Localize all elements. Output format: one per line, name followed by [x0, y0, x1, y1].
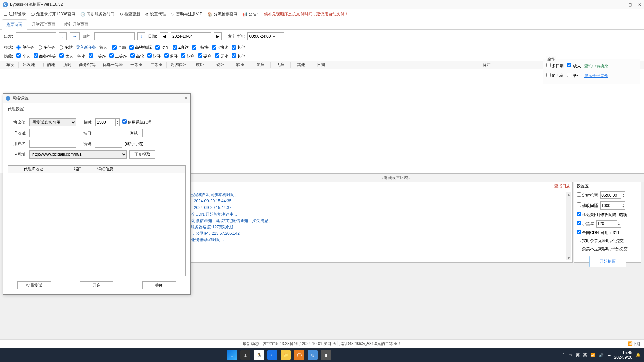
hide-yz[interactable]: 硬座	[198, 53, 212, 59]
col-to[interactable]: 目的地	[39, 62, 59, 68]
dialog-close-button[interactable]: ✕	[184, 96, 188, 101]
date-next-button[interactable]: ▶	[214, 32, 222, 40]
tray-battery-icon[interactable]: ☁	[607, 353, 611, 357]
tray-rect-icon[interactable]: ▭	[568, 353, 572, 357]
edge-icon[interactable]: e	[267, 350, 277, 360]
hide-er[interactable]: 二等座	[109, 53, 127, 59]
col-rz[interactable]: 软座	[230, 62, 250, 68]
hide-yx1[interactable]: 优选一等座	[59, 53, 85, 59]
student-check[interactable]: 学生	[567, 73, 581, 79]
hide-rw[interactable]: 软卧	[147, 53, 161, 59]
log-body[interactable]: 15:44:37.4 [同步成功]已完成自动同步本机时间。15:44:37.4 …	[149, 190, 572, 262]
port-input[interactable]	[95, 129, 122, 137]
hide-rz[interactable]: 软座	[181, 53, 194, 59]
set-proxy-button[interactable]: ⚙ 设置代理	[145, 11, 166, 17]
col-er[interactable]: 二等座	[146, 62, 167, 68]
enable-button[interactable]: 开启	[80, 281, 113, 289]
tab-grab[interactable]: 抢票页面	[2, 19, 27, 30]
mode-multistation[interactable]: 多站	[59, 45, 73, 50]
date-prev-button[interactable]: ◀	[160, 32, 168, 40]
explorer-icon[interactable]: 📁	[281, 350, 291, 360]
hide-allsel[interactable]: 全选	[16, 53, 30, 59]
tray-volume-icon[interactable]: 🔊	[599, 353, 604, 357]
timed-check[interactable]: 定时抢票	[577, 192, 598, 198]
hide-wz[interactable]: 无座	[215, 53, 228, 59]
mode-multi[interactable]: 多任务	[38, 45, 55, 50]
blackroom-check[interactable]: 小黑屋	[577, 221, 594, 227]
filter-other[interactable]: 其他	[232, 45, 245, 50]
test-button[interactable]: 测试	[125, 129, 143, 137]
col-sw[interactable]: 商务/特等	[76, 62, 99, 68]
log-scrollbar[interactable]: ▲▼	[566, 192, 571, 260]
taskview-icon[interactable]: ◫	[240, 350, 250, 360]
logout-login-button[interactable]: 🖵 注销/登录	[3, 11, 26, 17]
website-button[interactable]: 🏠 分流抢票官网	[207, 11, 238, 17]
hidden-settings-toggle[interactable]: ↓隐藏设置区域↓	[148, 173, 644, 182]
child-check[interactable]: 加儿童	[546, 73, 564, 79]
tray-chevron-icon[interactable]: ⌃	[562, 353, 565, 357]
col-yx1[interactable]: 优选一等座	[99, 62, 126, 68]
adult-check[interactable]: 成人	[567, 63, 581, 69]
filter-gaotie[interactable]: 高铁/城际	[129, 45, 152, 50]
tab-orders[interactable]: 订单管理页面	[27, 19, 60, 29]
hide-gr[interactable]: 高软	[130, 53, 144, 59]
timed-value[interactable]: ▲▼	[600, 191, 625, 199]
bypass-taskbar-icon[interactable]: ◎	[308, 350, 318, 360]
tray-wifi-icon[interactable]: 📶	[590, 353, 595, 357]
interval-check[interactable]: 修改间隔	[577, 202, 598, 209]
user-input[interactable]	[29, 140, 76, 148]
partial-check[interactable]: 余票不足乘客时,部分提交	[577, 246, 628, 252]
col-wz[interactable]: 无座	[271, 62, 291, 68]
col-yi[interactable]: 一等座	[126, 62, 146, 68]
maximize-button[interactable]: ▢	[628, 2, 632, 7]
multi-date-check[interactable]: 多日期	[546, 63, 564, 69]
app-icon-1[interactable]: ◯	[294, 350, 304, 360]
app-icon-2[interactable]: ▮	[321, 350, 331, 360]
to-input[interactable]	[94, 32, 135, 40]
all-fares-link[interactable]: 显示全部票价	[584, 73, 608, 79]
open-12306-button[interactable]: 🖵 免登录打开12306官网	[31, 11, 75, 17]
to-dropdown-icon[interactable]: ↓	[137, 32, 145, 40]
close-button[interactable]: ✕	[638, 2, 641, 7]
disable-button[interactable]: 关闭	[142, 281, 176, 289]
col-rw[interactable]: 软卧	[190, 62, 210, 68]
col-date[interactable]: 日期	[311, 62, 331, 68]
timeout-input[interactable]: ▲▼	[95, 118, 120, 126]
hide-yi[interactable]: 一等座	[89, 53, 106, 59]
use-system-proxy-check[interactable]: 使用系统代理	[122, 119, 152, 125]
ip-input[interactable]	[29, 129, 76, 137]
tray-notifications-icon[interactable]: 🔔	[636, 353, 641, 357]
filter-z[interactable]: Z直达	[173, 45, 189, 50]
vip-button[interactable]: ♡ 赞助与注册VIP	[171, 11, 202, 17]
sync-time-button[interactable]: 🕓 同步服务器时间	[80, 11, 115, 17]
import-tasks-link[interactable]: 导入新任务	[76, 45, 96, 50]
tab-waitlist[interactable]: 候补订单页面	[60, 19, 93, 29]
from-input[interactable]	[16, 32, 56, 40]
pcol-detail[interactable]: 详细信息	[95, 166, 185, 172]
date-input[interactable]	[171, 32, 211, 40]
start-button[interactable]: ⊞	[227, 350, 237, 360]
col-gr[interactable]: 高级软卧	[167, 62, 190, 68]
pcol-port[interactable]: 端口	[72, 166, 95, 172]
from-dropdown-icon[interactable]: ↓	[59, 32, 67, 40]
protocol-select[interactable]: 需测试真实可用	[29, 118, 76, 126]
minimize-button[interactable]: —	[618, 2, 622, 7]
depart-time-select[interactable]: 00:00-24:00 ▾	[247, 32, 284, 40]
ipurl-select[interactable]: http://www.xicidaili.com/nt/1	[29, 150, 127, 159]
hide-shangwu[interactable]: 商务/特等	[34, 53, 56, 59]
col-other[interactable]: 其他	[291, 62, 311, 68]
blackroom-value[interactable]: ▲▼	[596, 220, 621, 228]
col-train[interactable]: 车次	[2, 62, 19, 68]
filter-dong[interactable]: 动车	[155, 45, 169, 50]
pcol-ip[interactable]: 代理IP地址	[21, 166, 72, 172]
tray-ime[interactable]: 英	[583, 352, 587, 358]
tray-lang[interactable]: 英	[576, 352, 580, 358]
col-yw[interactable]: 硬卧	[210, 62, 230, 68]
pwd-input[interactable]	[95, 140, 122, 148]
col-from[interactable]: 出发地	[19, 62, 39, 68]
hide-other2[interactable]: 其他	[232, 53, 245, 59]
mode-single[interactable]: 单任务	[16, 45, 34, 50]
start-grab-button[interactable]: 开始抢票	[589, 256, 626, 267]
col-yz[interactable]: 硬座	[250, 62, 271, 68]
col-duration[interactable]: 历时	[59, 62, 76, 68]
